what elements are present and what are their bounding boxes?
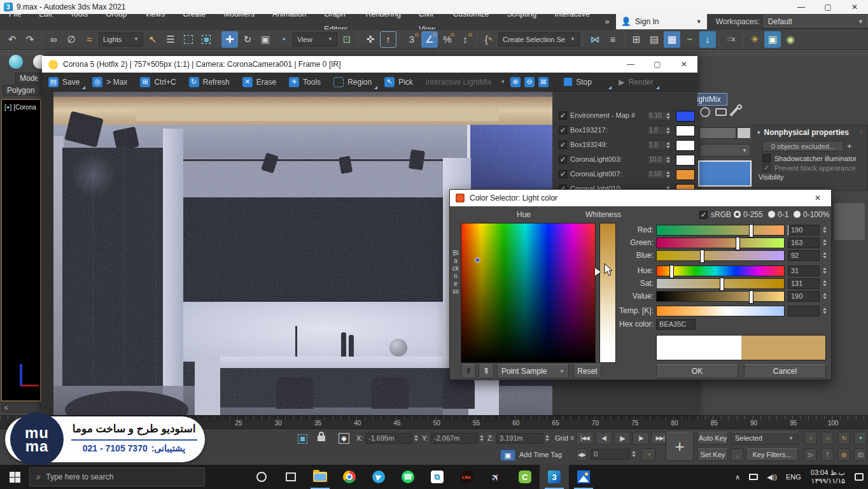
circle-mode-icon[interactable] bbox=[700, 107, 710, 117]
cortana-button[interactable] bbox=[247, 465, 276, 489]
corona-refresh-button[interactable]: ↻ Refresh bbox=[183, 74, 236, 90]
light-checkbox[interactable]: ✓ bbox=[559, 141, 567, 149]
walkthrough-icon[interactable]: ᛉ bbox=[821, 448, 834, 461]
sign-in-button[interactable]: 👤 Sign In ▼ bbox=[616, 14, 707, 29]
spinner-icon[interactable] bbox=[664, 140, 671, 150]
toolbar-overflow-caret[interactable]: ▼ bbox=[500, 79, 505, 85]
corona-tools-button[interactable]: ✳ Tools bbox=[283, 74, 327, 90]
select-by-name-icon[interactable]: ☰ bbox=[162, 31, 179, 48]
toggle-scene-explorer-icon[interactable]: ⊞ bbox=[628, 31, 645, 48]
light-color-swatch[interactable] bbox=[676, 111, 695, 122]
toggle-ribbon-icon[interactable]: ▦ bbox=[664, 31, 680, 48]
eyedropper-point-icon[interactable]: ✎ bbox=[479, 364, 494, 378]
corona-maximize-icon[interactable]: ▢ bbox=[644, 56, 671, 73]
red-slider-handle[interactable] bbox=[749, 224, 753, 237]
shadowcatcher-checkbox[interactable] bbox=[762, 154, 771, 162]
time-tag-cube-icon[interactable]: ▣ bbox=[500, 450, 515, 461]
current-frame-field[interactable]: 0 bbox=[591, 449, 630, 460]
spinner-icon[interactable] bbox=[664, 155, 671, 165]
dialog-close-icon[interactable]: ✕ bbox=[804, 190, 831, 206]
y-coordinate-field[interactable]: -2.067m bbox=[431, 433, 478, 444]
eyedropper-screen-icon[interactable]: ✎ bbox=[461, 364, 476, 378]
zoom-out-icon[interactable]: ⊖ bbox=[524, 77, 535, 87]
light-checkbox[interactable]: ✓ bbox=[559, 170, 567, 178]
light-checkbox[interactable]: ✓ bbox=[559, 185, 567, 189]
redo-icon[interactable]: ↷ bbox=[22, 31, 38, 48]
green-slider-handle[interactable] bbox=[736, 237, 740, 250]
blue-value-field[interactable]: 92 bbox=[788, 250, 820, 261]
render-setup-icon[interactable]: ✳ bbox=[746, 31, 763, 48]
spinner-icon[interactable] bbox=[543, 433, 550, 443]
spinner-icon[interactable] bbox=[664, 125, 671, 136]
named-selection-sets-dropdown[interactable]: Create Selection Se ▼ bbox=[498, 32, 580, 46]
cancel-button[interactable]: Cancel bbox=[744, 364, 826, 378]
workspace-select[interactable]: Default ▼ bbox=[764, 15, 868, 27]
corona-titlebar[interactable]: Corona 5 (Hotfix 2) | 757×505px (1:1) | … bbox=[42, 56, 697, 73]
select-object-icon[interactable]: ↖ bbox=[144, 31, 161, 48]
corona-close-icon[interactable]: ✕ bbox=[671, 56, 697, 73]
spinner-icon[interactable] bbox=[664, 184, 671, 189]
corona-region-button[interactable]: Region bbox=[327, 74, 378, 90]
corona-erase-button[interactable]: ✕ Erase bbox=[236, 74, 283, 90]
display-icon[interactable] bbox=[715, 108, 727, 116]
isolate-selection-icon[interactable] bbox=[298, 434, 307, 444]
objects-excluded-button[interactable]: 0 objects excluded... bbox=[762, 141, 844, 152]
selection-lock-icon[interactable] bbox=[318, 436, 325, 441]
spinner-icon[interactable] bbox=[412, 433, 419, 443]
sat-slider-handle[interactable] bbox=[720, 278, 724, 291]
zoom-fit-icon[interactable]: ⊠ bbox=[538, 77, 549, 87]
taskbar-app-whatsapp[interactable]: ☎ bbox=[393, 465, 423, 489]
sat-slider-track[interactable] bbox=[656, 278, 785, 289]
viewport-scrollbar[interactable]: < bbox=[1, 402, 41, 413]
rollout-header[interactable]: ▾ Nonphysical properties ⁙ bbox=[753, 125, 867, 139]
window-crossing-icon[interactable] bbox=[198, 31, 214, 48]
ghosting-icon[interactable]: ✦ bbox=[854, 432, 867, 444]
undo-icon[interactable]: ↶ bbox=[4, 31, 20, 48]
spinner-icon[interactable] bbox=[630, 449, 637, 459]
spinner-icon[interactable] bbox=[664, 169, 671, 180]
spinner-snap-icon[interactable]: ↕Ω bbox=[457, 31, 473, 48]
tray-clock[interactable]: 03:04 ب.ظ ۱۳۹۹/۱۱/۱۵ bbox=[806, 469, 850, 485]
taskbar-app-chrome[interactable] bbox=[335, 465, 364, 489]
spinner-icon[interactable] bbox=[821, 306, 828, 316]
minimize-icon[interactable]: — bbox=[788, 0, 815, 14]
use-pivot-center-icon[interactable]: ⊡ bbox=[339, 31, 355, 48]
snap-toggle-3d-icon[interactable]: 3Ω bbox=[403, 31, 420, 48]
rendered-frame-window-icon[interactable]: ▣ bbox=[764, 31, 781, 48]
language-indicator[interactable]: ENG bbox=[781, 465, 806, 489]
key-filters-button[interactable]: Key Filters... bbox=[746, 448, 798, 461]
temp-slider-track[interactable] bbox=[656, 306, 785, 316]
time-configuration-icon[interactable]: ◔ bbox=[641, 448, 655, 461]
transform-gizmo-icon[interactable]: ◆ bbox=[339, 433, 349, 444]
previous-frame-button[interactable]: ◀| bbox=[596, 432, 612, 444]
spinner-icon[interactable] bbox=[664, 111, 671, 121]
add-exclude-icon[interactable]: + bbox=[847, 141, 852, 151]
start-button[interactable] bbox=[0, 465, 29, 489]
value-value-field[interactable]: 190 bbox=[788, 291, 820, 302]
taskbar-app-rocket[interactable]: ✈ bbox=[481, 465, 510, 489]
keyboard-shortcut-override-icon[interactable]: ↑ bbox=[380, 31, 396, 48]
maximize-viewport-icon[interactable]: ◰ bbox=[854, 448, 867, 461]
green-slider-track[interactable] bbox=[656, 237, 785, 248]
corona-copy-button[interactable]: ⊞ Ctrl+C bbox=[134, 74, 182, 90]
hue-value-field[interactable]: 31 bbox=[788, 266, 820, 276]
panel-swatch-fragment[interactable] bbox=[737, 127, 751, 139]
light-color-swatch[interactable] bbox=[676, 155, 695, 166]
close-icon[interactable]: ✕ bbox=[841, 0, 868, 14]
align-icon[interactable]: ≡ bbox=[605, 31, 621, 48]
dialog-titlebar[interactable]: Color Selector: Light color ✕ bbox=[450, 190, 831, 206]
key-steps-icon[interactable]: ⁁ bbox=[731, 448, 743, 461]
select-and-manipulate-icon[interactable]: ✜ bbox=[362, 31, 379, 48]
percent-snap-icon[interactable]: %Ω bbox=[439, 31, 456, 48]
volume-icon[interactable]: ◀)) bbox=[762, 465, 781, 489]
corona-to-max-button[interactable]: ◎ > Max bbox=[86, 74, 134, 90]
spinner-icon[interactable] bbox=[821, 278, 828, 288]
taskbar-search[interactable]: ⌕ Type here to search bbox=[29, 467, 205, 486]
panel-slider-fragment[interactable] bbox=[699, 127, 736, 139]
task-view-button[interactable] bbox=[276, 465, 305, 489]
radio-0-100[interactable] bbox=[794, 211, 801, 218]
light-color-swatch[interactable] bbox=[676, 169, 695, 180]
lock-handles-icon[interactable]: ⌂ bbox=[821, 432, 834, 444]
panel-dropdown-fragment[interactable]: ▼ bbox=[699, 144, 751, 157]
next-key-icon[interactable]: ▷ bbox=[804, 448, 817, 461]
